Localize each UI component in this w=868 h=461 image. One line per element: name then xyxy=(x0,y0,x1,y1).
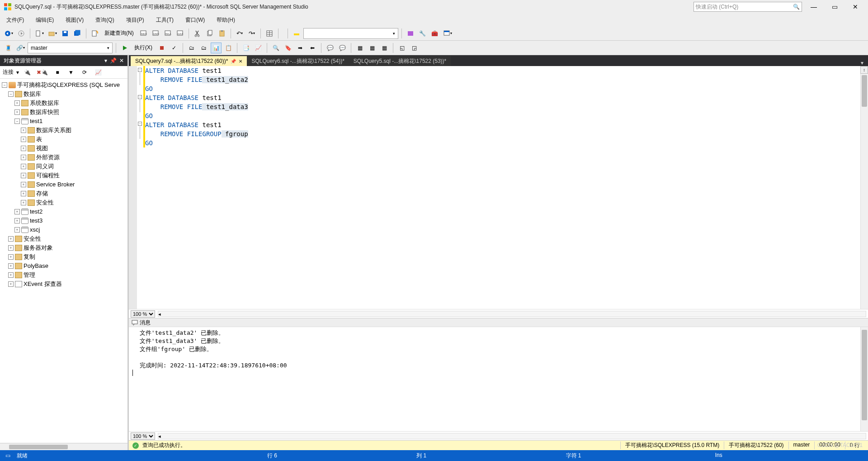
wrench-icon[interactable]: 🔧 xyxy=(417,28,428,39)
menu-tools[interactable]: 工具(T) xyxy=(153,15,176,25)
find-icon[interactable]: 🔍 xyxy=(270,43,281,53)
fold-margin[interactable]: − − − xyxy=(137,66,143,309)
comment-icon[interactable]: 💬 xyxy=(325,43,335,53)
more4-icon[interactable]: ◱ xyxy=(396,43,407,53)
menu-query[interactable]: 查询(Q) xyxy=(93,15,117,25)
refresh-icon[interactable]: ⟳ xyxy=(79,67,90,78)
find-combo[interactable]: ▾ xyxy=(303,28,398,39)
tab-sqlquery7[interactable]: SQLQuery7.sql -...摘棉花\17522 (60))*📌✕ xyxy=(131,56,247,66)
code-editor[interactable]: − − − ALTER DATABASE test1 REMOVE FILE t… xyxy=(129,66,868,309)
quick-launch-input[interactable]: 快速启动 (Ctrl+Q) 🔍 xyxy=(693,2,802,12)
dmx-icon[interactable]: DMX xyxy=(150,28,161,39)
otherplan-icon[interactable]: 📋 xyxy=(223,43,234,53)
highlight-icon[interactable] xyxy=(291,28,302,39)
execution-status-bar: ✓ 查询已成功执行。 手可摘棉花\SQLEXPRESS (15.0 RTM) 手… xyxy=(129,440,868,450)
editor-vscroll[interactable] xyxy=(860,66,868,309)
parse-icon[interactable]: ✓ xyxy=(169,43,179,53)
xmla-icon[interactable]: XMLA xyxy=(162,28,173,39)
nav-forward-button[interactable] xyxy=(16,28,27,39)
stop2-icon[interactable]: ■ xyxy=(52,67,63,78)
messages-zoom: 100 % ◂ xyxy=(129,431,868,440)
messages-content[interactable]: 文件'test1_data2' 已删除。 文件'test1_data3' 已删除… xyxy=(129,327,860,431)
stats-icon[interactable]: 📊 xyxy=(211,43,222,53)
cut-button[interactable] xyxy=(192,28,203,39)
table-icon[interactable] xyxy=(264,28,275,39)
copy-button[interactable] xyxy=(204,28,215,39)
paste-button[interactable] xyxy=(217,28,227,39)
diagram-icon[interactable]: 📈 xyxy=(253,43,264,53)
outdent-icon[interactable]: ⬅ xyxy=(307,43,318,53)
tab-sqlquery6[interactable]: SQLQuery6.sql -...摘棉花\17522 (54))* xyxy=(247,56,349,66)
menu-view[interactable]: 视图(V) xyxy=(63,15,86,25)
toolbox-icon[interactable]: 🧰 xyxy=(429,28,440,39)
messages-tab[interactable]: 消息 xyxy=(140,319,151,327)
bookmark-icon[interactable]: 🔖 xyxy=(283,43,293,53)
save-all-button[interactable] xyxy=(72,28,83,39)
link-icon[interactable]: 🔗 ▾ xyxy=(15,43,26,53)
execute-label[interactable]: 执行(X) xyxy=(132,44,155,52)
pin-icon[interactable]: 📌 xyxy=(231,59,236,64)
breakpoint-margin[interactable] xyxy=(129,66,137,309)
database-combo[interactable]: master▾ xyxy=(28,43,113,53)
uncomment-icon[interactable]: 💬 xyxy=(337,43,348,53)
activity-icon[interactable]: 📈 xyxy=(93,67,104,78)
indent-icon[interactable]: ➡ xyxy=(295,43,306,53)
menu-window[interactable]: 窗口(W) xyxy=(183,15,208,25)
window-icon[interactable]: ▾ xyxy=(442,28,453,39)
panel-pin-icon[interactable]: 📌 xyxy=(110,57,117,64)
zoom-combo[interactable]: 100 % xyxy=(131,310,155,318)
object-explorer-tree[interactable]: −手可摘棉花\SQLEXPRESS (SQL Serve −数据库 +系统数据库… xyxy=(0,79,127,443)
svg-text:MDX: MDX xyxy=(141,33,147,35)
messages-vscroll[interactable] xyxy=(860,327,868,431)
close-tab-icon[interactable]: ✕ xyxy=(239,59,242,64)
undo-button[interactable]: ↶ ▾ xyxy=(234,28,245,39)
explorer-hscroll[interactable] xyxy=(0,443,127,450)
menu-project[interactable]: 项目(P) xyxy=(123,15,147,25)
reconnect-icon[interactable]: 🔌 xyxy=(22,67,33,78)
more3-icon[interactable]: ▦ xyxy=(379,43,390,53)
minimize-button[interactable]: — xyxy=(805,3,823,10)
new-query-button[interactable] xyxy=(90,28,100,39)
filter-icon[interactable]: ▼ xyxy=(66,67,76,78)
save-button[interactable] xyxy=(60,28,71,39)
menu-help[interactable]: 帮助(H) xyxy=(214,15,238,25)
svg-rect-3 xyxy=(8,7,11,10)
mdx-icon[interactable]: MDX xyxy=(138,28,149,39)
nav-back-button[interactable]: ▾ xyxy=(3,28,14,39)
new-query-label[interactable]: 新建查询(N) xyxy=(102,29,137,37)
messages-hscroll[interactable]: ◂ xyxy=(158,433,866,439)
close-button[interactable]: ✕ xyxy=(846,3,864,10)
server-connect-icon[interactable] xyxy=(405,28,416,39)
maximize-button[interactable]: ▭ xyxy=(826,3,844,10)
dax-icon[interactable]: DAX xyxy=(175,28,185,39)
thread-icon[interactable]: 🧵 xyxy=(3,43,14,53)
plan-icon[interactable]: 🗂 xyxy=(186,43,197,53)
menu-edit[interactable]: 编辑(E) xyxy=(33,15,57,25)
more1-icon[interactable]: ▦ xyxy=(354,43,365,53)
execute-button[interactable] xyxy=(119,43,130,53)
success-icon: ✓ xyxy=(132,442,139,449)
more2-icon[interactable]: ▦ xyxy=(367,43,377,53)
svg-text:DAX: DAX xyxy=(178,33,183,35)
code-content[interactable]: ALTER DATABASE test1 REMOVE FILE test1_d… xyxy=(145,66,860,309)
redo-button[interactable]: ↷ ▾ xyxy=(246,28,257,39)
panel-dropdown-icon[interactable]: ▾ xyxy=(104,57,107,64)
panel-close-icon[interactable]: ✕ xyxy=(119,57,124,64)
split-icon[interactable]: ↕ xyxy=(860,66,868,74)
actualplan-icon[interactable]: 🗂 xyxy=(198,43,209,53)
svg-rect-36 xyxy=(132,320,137,324)
open-file-button[interactable]: ▾ xyxy=(47,28,58,39)
stop-button[interactable] xyxy=(156,43,167,53)
connect-label[interactable]: 连接 xyxy=(3,68,14,76)
disconnect-icon[interactable]: ✖🔌 xyxy=(35,67,49,78)
tab-sqlquery5[interactable]: SQLQuery5.sql -...摘棉花\17522 (53))* xyxy=(349,56,451,66)
new-file-button[interactable]: ▾ xyxy=(33,28,45,39)
tabs-dropdown-icon[interactable]: ▾ xyxy=(858,60,866,66)
results-icon[interactable]: 📑 xyxy=(241,43,251,53)
status-bar: ▭ 就绪 行 6 列 1 字符 1 Ins xyxy=(0,450,868,461)
editor-hscroll[interactable]: ◂ xyxy=(158,311,866,317)
more5-icon[interactable]: ◲ xyxy=(409,43,420,53)
status-ins: Ins xyxy=(715,452,864,460)
messages-zoom-combo[interactable]: 100 % xyxy=(131,432,155,440)
menu-file[interactable]: 文件(F) xyxy=(4,15,27,25)
